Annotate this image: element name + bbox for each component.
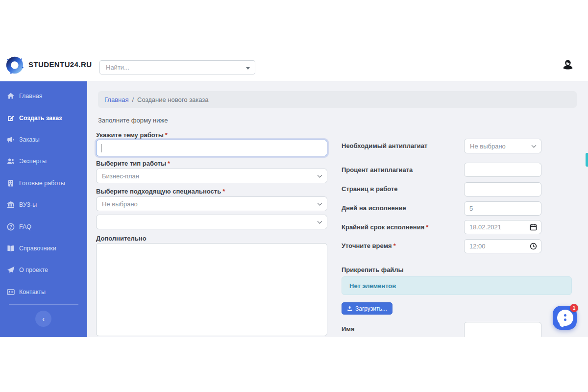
time-label: Уточните время* (342, 242, 396, 249)
chevron-down-icon (318, 201, 322, 206)
work-type-label: Выберите тип работы* (96, 160, 170, 167)
antiplagiarism-percent-input[interactable] (464, 163, 541, 177)
sidebar-item-experts[interactable]: Эксперты (0, 150, 87, 172)
breadcrumb: Главная / Создание нового заказа (98, 91, 577, 108)
sidebar-item-orders[interactable]: Заказы (0, 129, 87, 150)
speciality-select[interactable]: Не выбрано (96, 196, 327, 211)
top-header: STUDENTU24.RU (0, 49, 588, 81)
breadcrumb-home-link[interactable]: Главная (104, 96, 128, 103)
upload-button-label: Загрузить... (355, 305, 387, 312)
contact-card-icon (7, 288, 15, 296)
sidebar-nav: Главная Создать заказ Заказы Эксперты Го (0, 85, 87, 303)
studentu24-logo (4, 55, 25, 75)
search-input[interactable] (100, 61, 255, 74)
time-value: 12:00 (469, 243, 530, 250)
additional-label: Дополнительно (96, 235, 147, 242)
page: STUDENTU24.RU Главная Созд (0, 0, 588, 392)
main-content: Главная / Создание нового заказа Заполни… (87, 81, 588, 337)
feedback-side-tab[interactable] (586, 153, 588, 167)
speciality-extra-select[interactable] (96, 215, 327, 229)
paper-plane-icon (7, 266, 15, 274)
sidebar-item-label: Контакты (19, 289, 46, 295)
attachments-empty-text: Нет элементов (349, 282, 396, 290)
sidebar-item-create-order[interactable]: Создать заказ (0, 107, 87, 128)
chat-widget-button[interactable]: 1 (553, 306, 577, 330)
name-input[interactable] (464, 322, 541, 337)
app-window: STUDENTU24.RU Главная Созд (0, 49, 588, 337)
sidebar-item-label: Создать заказ (19, 115, 62, 122)
upload-button[interactable]: Загрузить... (342, 302, 392, 315)
breadcrumb-separator: / (132, 96, 134, 103)
user-avatar-icon[interactable] (560, 58, 576, 74)
required-mark: * (222, 188, 225, 195)
sidebar-item-label: Готовые работы (19, 180, 65, 187)
chevron-down-icon (532, 143, 537, 148)
required-mark: * (393, 242, 396, 249)
building-icon (7, 179, 15, 187)
sidebar-item-finished-works[interactable]: Готовые работы (0, 172, 87, 194)
name-label: Имя (342, 325, 355, 333)
attachments-empty-alert: Нет элементов (342, 276, 572, 295)
sidebar-item-label: FAQ (19, 223, 31, 230)
topic-input[interactable] (96, 140, 327, 156)
sidebar-item-universities[interactable]: ВУЗ-ы (0, 194, 87, 216)
days-input[interactable] (464, 201, 541, 216)
deadline-value: 18.02.2021 (469, 223, 530, 231)
chat-unread-badge: 1 (570, 304, 578, 312)
additional-textarea[interactable] (96, 243, 327, 336)
chat-bubble-icon (557, 310, 573, 326)
antiplagiarism-label: Необходимый антиплагиат (342, 142, 427, 149)
sidebar-item-contacts[interactable]: Контакты (0, 281, 87, 303)
chevron-down-icon (318, 173, 322, 178)
sidebar-item-label: Заказы (19, 136, 40, 143)
antiplagiarism-value: Не выбрано (470, 143, 506, 150)
question-circle-icon (7, 223, 15, 231)
chevron-down-icon (318, 219, 322, 224)
sidebar-item-label: Главная (19, 93, 43, 99)
sidebar: Главная Создать заказ Заказы Эксперты Го (0, 81, 87, 337)
required-mark: * (165, 131, 168, 139)
pages-input[interactable] (464, 182, 541, 196)
required-mark: * (168, 160, 170, 167)
time-input[interactable]: 12:00 (464, 239, 541, 253)
pages-label: Страниц в работе (342, 185, 397, 193)
book-icon (7, 245, 15, 252)
sidebar-divider (9, 304, 78, 305)
deadline-label: Крайний срок исполнения* (342, 223, 428, 231)
sidebar-item-label: Справочники (19, 245, 56, 252)
work-type-value: Бизнес-план (102, 172, 139, 180)
sidebar-item-home[interactable]: Главная (0, 85, 87, 107)
chevron-left-icon: ‹ (42, 315, 45, 323)
calendar-icon[interactable] (530, 223, 537, 231)
form-intro-text: Заполните форму ниже (98, 117, 168, 124)
text-cursor (101, 144, 101, 152)
sidebar-item-label: ВУЗ-ы (19, 201, 37, 208)
sidebar-item-faq[interactable]: FAQ (0, 216, 87, 237)
sidebar-item-directories[interactable]: Справочники (0, 238, 87, 259)
search-dropdown-caret-icon[interactable] (246, 67, 250, 70)
edit-icon (7, 114, 15, 122)
university-icon (7, 201, 15, 209)
home-icon (7, 92, 15, 100)
antiplagiarism-percent-label: Процент антиплагиата (342, 166, 413, 173)
search-box (99, 60, 255, 74)
sidebar-collapse-button[interactable]: ‹ (35, 311, 51, 327)
topic-label: Укажите тему работы* (96, 131, 168, 139)
work-type-select[interactable]: Бизнес-план (96, 169, 327, 183)
antiplagiarism-select[interactable]: Не выбрано (464, 139, 541, 153)
attachments-label: Прикрепить файлы (342, 266, 404, 273)
required-mark: * (426, 223, 428, 231)
brand-title: STUDENTU24.RU (28, 60, 92, 69)
sidebar-item-label: О проекте (19, 267, 48, 273)
clock-icon[interactable] (530, 243, 537, 250)
deadline-date-input[interactable]: 18.02.2021 (464, 220, 541, 234)
sidebar-item-about[interactable]: О проекте (0, 259, 87, 281)
speciality-value: Не выбрано (102, 200, 138, 208)
sidebar-item-label: Эксперты (19, 158, 47, 165)
upload-icon (347, 306, 353, 312)
speciality-label: Выберите подходящую специальность* (96, 188, 225, 195)
megaphone-icon (7, 136, 15, 144)
breadcrumb-current: Создание нового заказа (137, 96, 208, 103)
header-divider (551, 57, 551, 74)
days-label: Дней на исполнение (342, 204, 406, 212)
